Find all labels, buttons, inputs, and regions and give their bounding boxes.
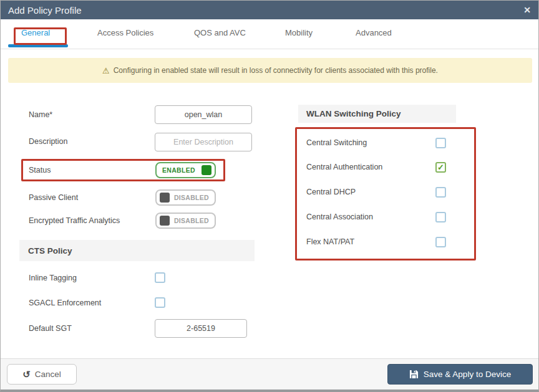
passive-client-toggle[interactable]: DISABLED	[155, 189, 216, 206]
save-apply-button[interactable]: Save & Apply to Device	[387, 364, 533, 385]
undo-icon: ↺	[22, 370, 31, 379]
add-policy-profile-dialog: Add Policy Profile ✕ General Access Poli…	[0, 0, 539, 392]
default-sgt-input[interactable]	[155, 319, 247, 338]
warning-text: Configuring in enabled state will result…	[114, 66, 438, 75]
central-switching-checkbox[interactable]	[435, 138, 446, 148]
sgacl-enforcement-label: SGACL Enforcement	[29, 297, 101, 308]
tab-mobility[interactable]: Mobility	[285, 28, 313, 37]
flex-nat-pat-label: Flex NAT/PAT	[306, 236, 354, 247]
cancel-button[interactable]: ↺ Cancel	[7, 364, 77, 385]
status-toggle-knob	[202, 165, 211, 175]
name-label: Name*	[29, 109, 52, 120]
central-dhcp-checkbox[interactable]	[435, 187, 446, 198]
passive-client-label: Passive Client	[29, 192, 78, 203]
active-tab-underline	[8, 44, 68, 47]
save-icon	[409, 370, 419, 379]
tab-advanced[interactable]: Advanced	[356, 28, 392, 37]
wlan-switching-policy-title: WLAN Switching Policy	[306, 109, 401, 118]
description-label: Description	[29, 136, 68, 147]
close-icon[interactable]: ✕	[523, 6, 531, 14]
eta-toggle-label: DISABLED	[172, 217, 211, 224]
passive-client-toggle-label: DISABLED	[172, 194, 211, 201]
dialog-title: Add Policy Profile	[8, 5, 82, 16]
dialog-titlebar: Add Policy Profile ✕	[1, 1, 538, 19]
central-authentication-label: Central Authentication	[306, 161, 382, 173]
cts-policy-title: CTS Policy	[28, 246, 72, 256]
save-apply-button-label: Save & Apply to Device	[424, 370, 511, 379]
name-input[interactable]	[155, 105, 252, 124]
cancel-button-label: Cancel	[35, 370, 61, 379]
sgacl-enforcement-checkbox[interactable]	[155, 297, 165, 308]
eta-toggle-knob	[160, 216, 170, 226]
cts-policy-section-header: CTS Policy	[19, 240, 255, 261]
tab-bar: General Access Policies QOS and AVC Mobi…	[1, 19, 538, 49]
tab-qos-and-avc[interactable]: QOS and AVC	[194, 28, 246, 37]
status-toggle-label: ENABLED	[160, 166, 198, 174]
encrypted-traffic-analytics-toggle[interactable]: DISABLED	[155, 213, 216, 229]
description-input[interactable]	[155, 133, 252, 151]
passive-client-toggle-knob	[160, 193, 170, 203]
inline-tagging-label: Inline Tagging	[29, 272, 77, 284]
central-switching-label: Central Switching	[306, 137, 367, 148]
dialog-footer: ↺ Cancel Save & Apply to Device	[1, 358, 538, 390]
inline-tagging-checkbox[interactable]	[155, 272, 165, 283]
warning-triangle-icon: ⚠	[102, 66, 110, 75]
central-association-label: Central Association	[306, 211, 373, 222]
warning-banner: ⚠ Configuring in enabled state will resu…	[8, 58, 532, 83]
default-sgt-label: Default SGT	[29, 323, 72, 334]
flex-nat-pat-checkbox[interactable]	[435, 237, 446, 247]
central-association-checkbox[interactable]	[435, 212, 446, 222]
tab-general[interactable]: General	[21, 28, 50, 37]
status-label: Status	[29, 165, 51, 176]
wlan-switching-policy-section-header: WLAN Switching Policy	[298, 105, 456, 123]
encrypted-traffic-analytics-label: Encrypted Traffic Analytics	[29, 215, 120, 226]
central-authentication-checkbox[interactable]: ✓	[435, 162, 446, 173]
tab-access-policies[interactable]: Access Policies	[97, 28, 153, 37]
status-toggle[interactable]: ENABLED	[155, 162, 216, 178]
central-dhcp-label: Central DHCP	[306, 186, 356, 198]
